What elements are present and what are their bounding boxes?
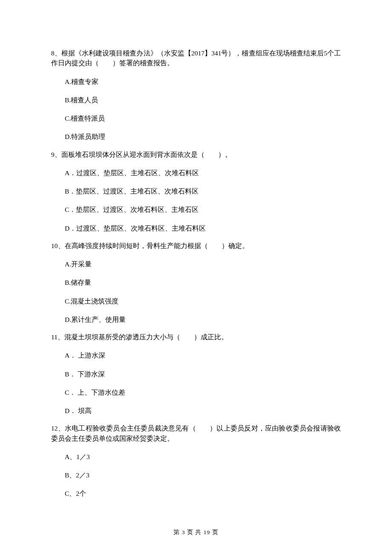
option-a: A.稽查专家 [65,77,341,87]
option-c: C．垫层区、过渡区、次堆石料区、主堆石区 [65,205,341,214]
option-b: B． 下游水深 [65,369,341,379]
options-list: A． 上游水深 B． 下游水深 C． 上、下游水位差 D． 坝高 [51,350,341,416]
question-stem: 10、在高峰强度持续时间短时，骨料生产能力根据（ ）确定。 [51,241,341,251]
question-stem: 8、根据《水利建设项目稽查办法》（水安监【2017】341号），稽查组应在现场稽… [51,48,341,68]
question-9: 9、面板堆石坝坝体分区从迎水面到背水面依次是（ ）。 A．过渡区、垫层区、主堆石… [51,150,341,233]
question-12: 12、水电工程验收委员会主任委员裁决意见有（ ）以上委员反对，应由验收委员会报请… [51,423,341,498]
question-8: 8、根据《水利建设项目稽查办法》（水安监【2017】341号），稽查组应在现场稽… [51,48,341,142]
option-a: A、1／3 [65,452,341,462]
option-c: C.混凝土浇筑强度 [65,296,341,306]
options-list: A．过渡区、垫层区、主堆石区、次堆石料区 B．垫层区、过渡区、主堆石区、次堆石料… [51,168,341,233]
option-b: B．垫层区、过渡区、主堆石区、次堆石料区 [65,186,341,196]
question-stem: 11、混凝土坝坝基所受的渗透压力大小与（ ）成正比。 [51,332,341,342]
options-list: A、1／3 B、2／3 C、2个 [51,452,341,499]
option-d: D.累计生产、使用量 [65,315,341,324]
option-c: C、2个 [65,489,341,498]
option-b: B.稽查人员 [65,95,341,105]
option-b: B.储存量 [65,278,341,287]
option-a: A． 上游水深 [65,350,341,360]
option-c: C． 上、下游水位差 [65,387,341,397]
question-10: 10、在高峰强度持续时间短时，骨料生产能力根据（ ）确定。 A.开采量 B.储存… [51,241,341,324]
option-b: B、2／3 [65,470,341,480]
option-c: C.稽查特派员 [65,113,341,123]
option-d: D．过渡区、垫层区、次堆石料区、主堆石料区 [65,223,341,233]
option-d: D． 坝高 [65,406,341,416]
page-footer: 第 3 页 共 19 页 [0,528,392,537]
options-list: A.稽查专家 B.稽查人员 C.稽查特派员 D.特派员助理 [51,77,341,142]
question-stem: 12、水电工程验收委员会主任委员裁决意见有（ ）以上委员反对，应由验收委员会报请… [51,423,341,443]
question-stem: 9、面板堆石坝坝体分区从迎水面到背水面依次是（ ）。 [51,150,341,159]
option-d: D.特派员助理 [65,132,341,142]
options-list: A.开采量 B.储存量 C.混凝土浇筑强度 D.累计生产、使用量 [51,259,341,324]
option-a: A.开采量 [65,259,341,269]
option-a: A．过渡区、垫层区、主堆石区、次堆石料区 [65,168,341,178]
question-11: 11、混凝土坝坝基所受的渗透压力大小与（ ）成正比。 A． 上游水深 B． 下游… [51,332,341,416]
